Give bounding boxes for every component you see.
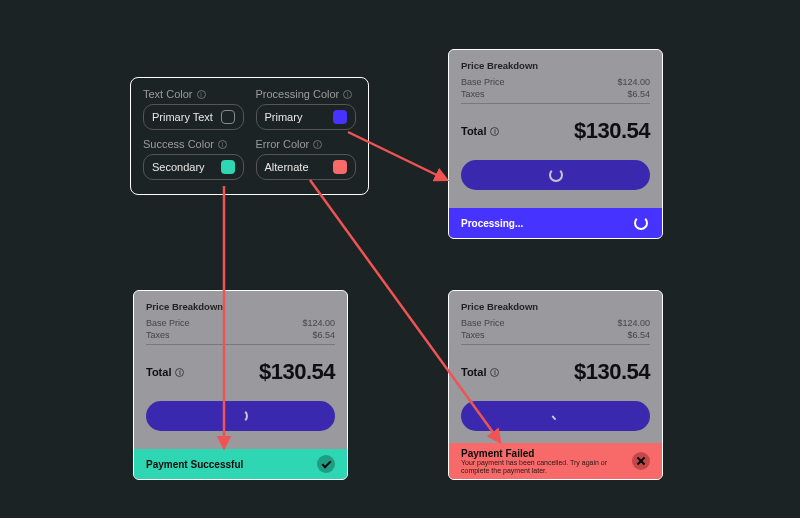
processing-color-value: Primary [265,111,303,123]
status-processing-text: Processing... [461,218,523,229]
spinner-icon [549,168,563,182]
total-label: Totali [461,125,499,137]
base-price-value: $124.00 [617,318,650,328]
error-color-value: Alternate [265,161,309,173]
error-close-icon [632,452,650,470]
pay-button[interactable] [461,401,650,431]
status-success-text: Payment Successful [146,459,243,470]
processing-color-select[interactable]: Primary [256,104,357,130]
status-bar-error: Payment Failed Your payment has been can… [449,443,662,479]
info-icon: i [490,127,499,136]
success-color-swatch [221,160,235,174]
text-color-select[interactable]: Primary Text [143,104,244,130]
preview-error: Price Breakdown Base Price$124.00 Taxes$… [448,290,663,480]
error-color-label: Error Color i [256,138,357,150]
total-label: Totali [461,366,499,378]
total-label: Totali [146,366,184,378]
total-amount: $130.54 [574,118,650,144]
pay-button[interactable] [146,401,335,431]
info-icon: i [490,368,499,377]
error-color-select[interactable]: Alternate [256,154,357,180]
taxes-value: $6.54 [627,89,650,99]
info-icon: i [218,140,227,149]
spinner-icon [550,410,561,421]
spinner-icon [634,216,648,230]
success-color-select[interactable]: Secondary [143,154,244,180]
processing-color-swatch [333,110,347,124]
info-icon: i [343,90,352,99]
color-settings-panel: Text Color i Primary Text Processing Col… [130,77,369,195]
info-icon: i [175,368,184,377]
base-price-label: Base Price [461,77,505,87]
status-failed-title: Payment Failed [461,448,632,459]
status-bar-processing: Processing... [449,208,662,238]
error-color-field: Error Color i Alternate [256,138,357,180]
text-color-value: Primary Text [152,111,213,123]
success-color-label: Success Color i [143,138,244,150]
breakdown-title: Price Breakdown [461,60,650,71]
text-color-swatch [221,110,235,124]
base-price-label: Base Price [146,318,190,328]
spinner-icon [234,409,248,423]
connection-arrows [0,0,800,518]
taxes-value: $6.54 [312,330,335,340]
success-color-field: Success Color i Secondary [143,138,244,180]
pay-button[interactable] [461,160,650,190]
info-icon: i [313,140,322,149]
text-color-field: Text Color i Primary Text [143,88,244,130]
base-price-value: $124.00 [302,318,335,328]
taxes-label: Taxes [146,330,170,340]
status-bar-success: Payment Successful [134,449,347,479]
success-color-value: Secondary [152,161,205,173]
status-failed-msg: Your payment has been cancelled. Try aga… [461,459,632,474]
preview-success: Price Breakdown Base Price$124.00 Taxes$… [133,290,348,480]
total-amount: $130.54 [574,359,650,385]
breakdown-title: Price Breakdown [461,301,650,312]
total-amount: $130.54 [259,359,335,385]
taxes-label: Taxes [461,89,485,99]
breakdown-title: Price Breakdown [146,301,335,312]
taxes-label: Taxes [461,330,485,340]
processing-color-field: Processing Color i Primary [256,88,357,130]
base-price-value: $124.00 [617,77,650,87]
processing-color-label: Processing Color i [256,88,357,100]
success-check-icon [317,455,335,473]
base-price-label: Base Price [461,318,505,328]
info-icon: i [197,90,206,99]
taxes-value: $6.54 [627,330,650,340]
text-color-label: Text Color i [143,88,244,100]
error-color-swatch [333,160,347,174]
preview-processing: Price Breakdown Base Price$124.00 Taxes$… [448,49,663,239]
